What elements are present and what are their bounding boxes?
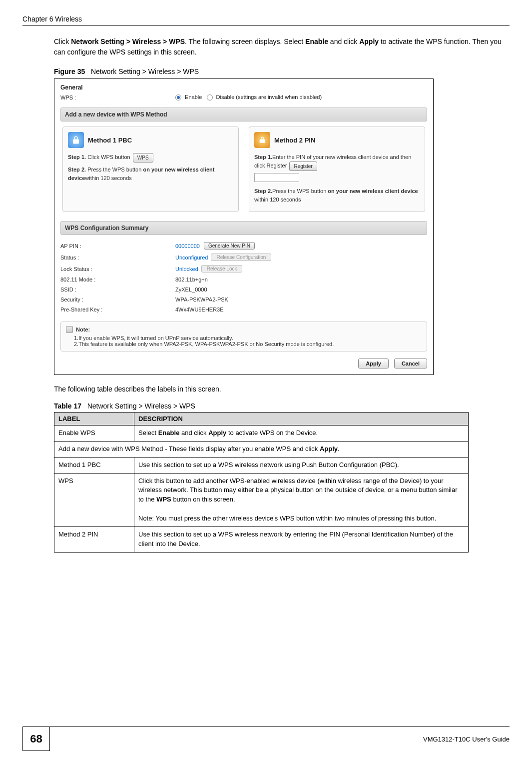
radio-enable[interactable] (175, 94, 181, 100)
summary-value: WPA-PSKWPA2-PSK (175, 296, 228, 302)
page-footer: 68 VMG1312-T10C User's Guide (22, 726, 510, 751)
note-box: Note: 1.If you enable WPS, it will turne… (60, 322, 427, 352)
table-cell: Add a new device with WPS Method - These… (54, 441, 469, 457)
summary-row: Pre-Shared Key :4Wx4WU9EHER3E (60, 304, 427, 314)
method2-title: Method 2 PIN (274, 136, 315, 144)
summary-value: ZyXEL_0000 (175, 286, 207, 292)
table-row: Enable WPSSelect Enable and click Apply … (54, 426, 469, 442)
description-table: LABEL DESCRIPTION Enable WPSSelect Enabl… (54, 412, 469, 552)
table-cell-desc: Use this section to set up a WPS wireles… (134, 526, 469, 552)
summary-row: SSID :ZyXEL_0000 (60, 284, 427, 294)
summary-value: 4Wx4WU9EHER3E (175, 306, 224, 312)
summary-label: 802.11 Mode : (60, 276, 175, 282)
note-icon (66, 326, 73, 333)
method2-step2: Step 2.Press the WPS button on your new … (254, 187, 420, 204)
table-head-desc: DESCRIPTION (134, 412, 469, 426)
method1-step1: Step 1. Click WPS button WPS (68, 153, 233, 162)
summary-label: SSID : (60, 286, 175, 292)
summary-label: Lock Status : (60, 266, 175, 272)
table-cell-desc: Click this button to add another WPS-ena… (134, 473, 469, 526)
summary-value: UnconfiguredRelease Configuration (175, 254, 271, 261)
summary-section-header: WPS Configuration Summary (60, 221, 427, 235)
lock-icon (68, 132, 84, 148)
intro-paragraph: Click Network Setting > Wireless > WPS. … (54, 36, 510, 58)
table-row: Add a new device with WPS Method - These… (54, 441, 469, 457)
summary-action-button: Release Lock (201, 265, 243, 272)
figure-frame: General WPS : Enable Disable (settings a… (54, 78, 434, 375)
wps-button[interactable]: WPS (133, 153, 153, 162)
summary-row: Lock Status :UnlockedRelease Lock (60, 263, 427, 274)
summary-action-button: Release Configuration (211, 254, 271, 261)
table-cell-desc: Select Enable and click Apply to activat… (134, 426, 469, 442)
add-device-section-header: Add a new device with WPS Method (60, 108, 427, 122)
summary-row: Status :UnconfiguredRelease Configuratio… (60, 252, 427, 263)
summary-value: 802.11b+g+n (175, 276, 208, 282)
summary-row: AP PIN :00000000Generate New PIN (60, 240, 427, 252)
table-cell-desc: Use this section to set up a WPS wireles… (134, 457, 469, 473)
summary-list: AP PIN :00000000Generate New PINStatus :… (60, 240, 427, 314)
table-cell-label: Enable WPS (54, 426, 134, 442)
after-figure-text: The following table describes the labels… (54, 385, 510, 393)
method1-step2: Step 2. Press the WPS button on your new… (68, 166, 233, 182)
note-line-2: 2.This feature is available only when WP… (74, 341, 422, 347)
header-rule (22, 25, 510, 26)
pin-input[interactable] (254, 173, 299, 182)
table-cell-label: WPS (54, 473, 134, 526)
summary-row: 802.11 Mode :802.11b+g+n (60, 274, 427, 284)
method1-card: Method 1 PBC Step 1. Click WPS button WP… (62, 126, 239, 212)
radio-disable[interactable] (207, 94, 213, 100)
figure-caption: Figure 35 Network Setting > Wireless > W… (54, 68, 510, 76)
note-line-1: 1.If you enable WPS, it will turned on U… (74, 335, 422, 341)
method2-step1: Step 1.Enter the PIN of your new wireles… (254, 153, 420, 184)
guide-name: VMG1312-T10C User's Guide (423, 736, 510, 743)
method2-card: Method 2 PIN Step 1.Enter the PIN of you… (249, 126, 425, 212)
table-head-label: LABEL (54, 412, 134, 426)
radio-disable-label: Disable (settings are invalid when disab… (216, 94, 322, 100)
register-button[interactable]: Register (289, 162, 317, 171)
wps-label: WPS : (60, 94, 175, 100)
summary-label: Pre-Shared Key : (60, 306, 175, 312)
radio-enable-label: Enable (185, 94, 202, 100)
summary-label: AP PIN : (60, 243, 175, 249)
summary-value: 00000000Generate New PIN (175, 242, 256, 250)
table-cell-label: Method 2 PIN (54, 526, 134, 552)
chapter-title: Chapter 6 Wireless (22, 15, 82, 23)
pin-icon (254, 132, 270, 148)
table-row: WPSClick this button to add another WPS-… (54, 473, 469, 526)
method1-title: Method 1 PBC (88, 136, 132, 144)
cancel-button[interactable]: Cancel (394, 358, 427, 368)
table-cell-label: Method 1 PBC (54, 457, 134, 473)
summary-label: Security : (60, 296, 175, 302)
summary-value: UnlockedRelease Lock (175, 265, 242, 272)
table-caption: Table 17 Network Setting > Wireless > WP… (54, 402, 510, 410)
summary-label: Status : (60, 254, 175, 260)
note-title: Note: (76, 326, 90, 332)
apply-button[interactable]: Apply (358, 358, 389, 368)
table-row: Method 1 PBCUse this section to set up a… (54, 457, 469, 473)
general-title: General (60, 84, 427, 91)
svg-rect-0 (260, 140, 265, 144)
summary-action-button[interactable]: Generate New PIN (204, 242, 255, 250)
summary-row: Security :WPA-PSKWPA2-PSK (60, 294, 427, 304)
table-row: Method 2 PINUse this section to set up a… (54, 526, 469, 552)
page-number: 68 (22, 727, 50, 751)
